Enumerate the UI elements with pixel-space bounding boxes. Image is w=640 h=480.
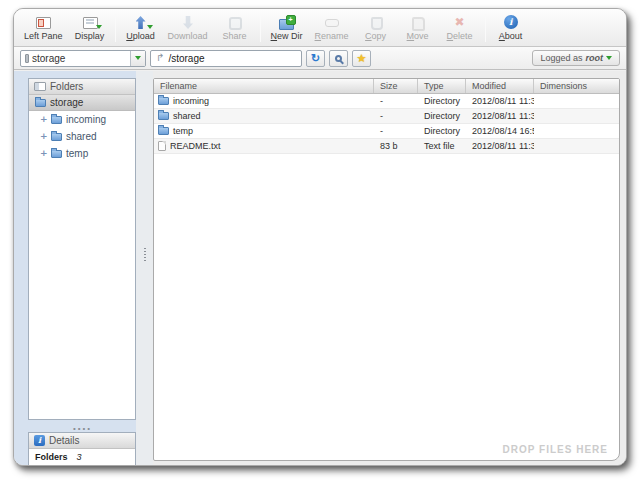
newdir-icon — [278, 15, 296, 30]
tree-item-shared[interactable]: + shared — [29, 128, 135, 145]
folder-open-icon — [35, 99, 46, 107]
toolbar-separator — [260, 14, 261, 42]
current-path: /storage — [168, 53, 204, 64]
chevron-down-icon — [135, 56, 141, 60]
toolbar-button-copy: Copy — [355, 12, 397, 43]
search-icon — [335, 55, 342, 62]
delete-icon — [451, 15, 469, 30]
expand-icon[interactable]: + — [40, 132, 47, 141]
file-list-panel: Filename Size Type Modified Dimensions i… — [153, 78, 620, 461]
folder-icon — [158, 97, 169, 105]
toolbar: Left Pane Display Upload — [14, 9, 626, 47]
splitter-grip-icon — [144, 248, 146, 263]
folder-icon — [51, 150, 62, 158]
folder-icon — [51, 116, 62, 124]
tree-root-label: storage — [50, 97, 83, 108]
folders-panel-title: Folders — [50, 81, 83, 92]
toolbar-button-upload[interactable]: Upload — [120, 12, 162, 43]
toolbar-separator — [485, 14, 486, 42]
rename-icon — [323, 15, 341, 30]
toolbar-group-help: About — [490, 12, 532, 43]
search-button[interactable] — [329, 50, 348, 67]
info-icon — [34, 435, 45, 446]
toolbar-button-move: Move — [397, 12, 439, 43]
file-row-readme-txt[interactable]: README.txt 83 b Text file 2012/08/11 11:… — [154, 139, 619, 154]
move-icon — [409, 15, 427, 30]
drop-files-hint: DROP FILES HERE — [503, 444, 608, 455]
up-directory-icon[interactable]: ↱ — [156, 53, 164, 63]
toolbar-separator — [115, 14, 116, 42]
volume-dropdown-button[interactable] — [130, 51, 145, 66]
path-toolbar: storage ↱ /storage ↻ ★ Logged as root — [14, 47, 626, 70]
tree-item-incoming[interactable]: + incoming — [29, 111, 135, 128]
toolbar-group-file: New Dir Rename Copy Move — [265, 12, 481, 43]
expand-icon[interactable]: + — [40, 115, 47, 124]
file-icon — [158, 141, 166, 151]
column-modified[interactable]: Modified — [466, 79, 534, 93]
toolbar-button-rename: Rename — [309, 12, 355, 43]
path-input[interactable]: ↱ /storage — [150, 50, 302, 67]
login-username: root — [586, 53, 604, 63]
file-rows: incoming - Directory 2012/08/11 11:37 sh… — [154, 94, 619, 154]
toolbar-button-about[interactable]: About — [490, 12, 532, 43]
toolbar-button-left-pane[interactable]: Left Pane — [18, 12, 69, 43]
volume-select[interactable]: storage — [20, 50, 146, 67]
toolbar-button-delete: Delete — [439, 12, 481, 43]
toolbar-group-transfer: Upload Download Share — [120, 12, 256, 43]
tree-children: + incoming + shared + — [29, 111, 135, 162]
file-row-shared[interactable]: shared - Directory 2012/08/11 11:37 — [154, 109, 619, 124]
toolbar-button-share: Share — [214, 12, 256, 43]
download-icon — [179, 15, 197, 30]
content-area: Folders storage + incoming — [14, 71, 626, 465]
folder-icon — [158, 127, 169, 135]
about-icon — [502, 15, 520, 30]
details-panel-title: Details — [49, 435, 80, 446]
toolbar-button-download: Download — [162, 12, 214, 43]
logged-in-user-button[interactable]: Logged as root — [532, 50, 620, 66]
folder-tree: storage + incoming + share — [29, 95, 135, 162]
column-size[interactable]: Size — [374, 79, 418, 93]
details-panel-header[interactable]: Details — [29, 433, 135, 449]
file-manager-window: Left Pane Display Upload — [13, 8, 627, 466]
toolbar-button-display[interactable]: Display — [69, 12, 111, 43]
folder-icon — [51, 133, 62, 141]
folder-icon — [158, 112, 169, 120]
file-list-header: Filename Size Type Modified Dimensions — [154, 79, 619, 94]
star-icon: ★ — [357, 53, 367, 64]
panel-resize-handle[interactable] — [28, 419, 136, 431]
column-filename[interactable]: Filename — [154, 79, 374, 93]
dropdown-caret-icon — [147, 25, 153, 29]
volume-icon — [25, 54, 29, 63]
file-row-incoming[interactable]: incoming - Directory 2012/08/11 11:37 — [154, 94, 619, 109]
refresh-button[interactable]: ↻ — [306, 50, 325, 67]
dropdown-caret-icon — [96, 25, 102, 29]
column-type[interactable]: Type — [418, 79, 466, 93]
tree-item-storage[interactable]: storage — [29, 95, 135, 111]
left-pane-icon — [34, 15, 52, 30]
details-panel: Details Folders 3 — [28, 432, 136, 466]
chevron-down-icon — [606, 56, 612, 60]
toolbar-group-view: Left Pane Display — [18, 12, 111, 43]
login-prefix: Logged as — [540, 53, 582, 63]
refresh-icon: ↻ — [311, 53, 320, 64]
tree-item-temp[interactable]: + temp — [29, 145, 135, 162]
folders-panel: Folders storage + incoming — [28, 78, 136, 420]
share-icon — [226, 15, 244, 30]
sidebar-splitter[interactable] — [136, 71, 153, 465]
volume-select-value: storage — [32, 53, 130, 64]
folders-panel-header[interactable]: Folders — [29, 79, 135, 95]
details-rows: Folders 3 — [29, 449, 135, 465]
detail-row-folders: Folders 3 — [29, 449, 135, 465]
file-row-temp[interactable]: temp - Directory 2012/08/14 16:58 — [154, 124, 619, 139]
column-dimensions[interactable]: Dimensions — [534, 79, 619, 93]
expand-icon[interactable]: + — [40, 149, 47, 158]
toolbar-button-new-dir[interactable]: New Dir — [265, 12, 309, 43]
copy-icon — [367, 15, 385, 30]
panel-icon — [34, 82, 46, 91]
favorites-button[interactable]: ★ — [352, 50, 371, 67]
